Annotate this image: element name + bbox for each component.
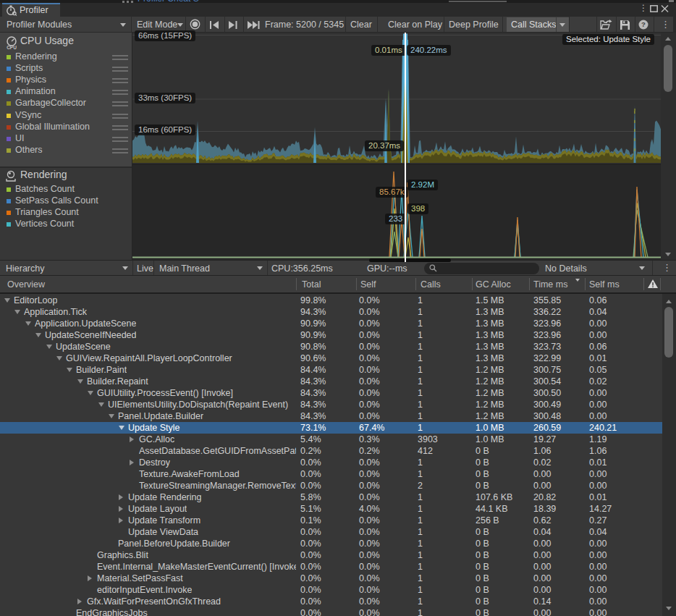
svg-text:CPU: CPU: [7, 45, 17, 50]
svg-text:?: ?: [641, 20, 646, 28]
